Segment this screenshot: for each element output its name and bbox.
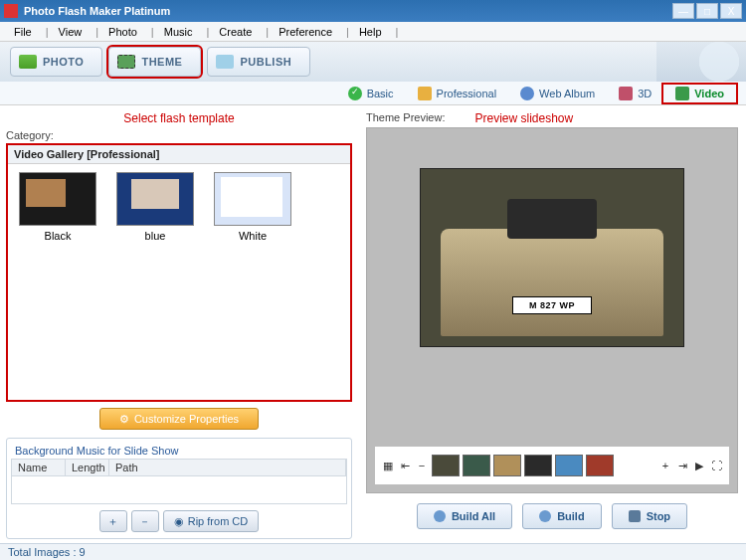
- filmstrip-thumb-3[interactable]: [493, 455, 521, 476]
- stop-button[interactable]: Stop: [612, 503, 687, 529]
- subtab-basic[interactable]: Basic: [336, 85, 406, 102]
- subtab-video[interactable]: Video: [663, 85, 736, 102]
- tab-publish[interactable]: PUBLISH: [207, 47, 310, 77]
- subtab-professional[interactable]: Professional: [406, 85, 509, 102]
- menu-preference[interactable]: Preference: [271, 24, 340, 40]
- status-total-images: Total Images : 9: [8, 546, 86, 558]
- right-pane: Theme Preview: Preview slideshow M 827 W…: [358, 105, 746, 543]
- cd-icon: ◉: [174, 515, 184, 528]
- add-music-button[interactable]: ＋: [99, 510, 127, 532]
- stop-icon: [629, 510, 641, 522]
- preview-image-car: M 827 WP: [441, 229, 663, 336]
- template-blue[interactable]: blue: [113, 172, 197, 242]
- preview-label: Theme Preview:: [366, 111, 445, 125]
- build-button[interactable]: Build: [522, 503, 602, 529]
- tab-photo-label: PHOTO: [43, 56, 84, 68]
- photo-icon: [19, 55, 37, 69]
- theme-icon: [117, 55, 135, 69]
- menu-view[interactable]: View: [51, 24, 91, 40]
- filmstrip-thumb-5[interactable]: [555, 455, 583, 476]
- minimize-button[interactable]: —: [672, 3, 694, 19]
- star-icon: [418, 87, 432, 100]
- menu-photo[interactable]: Photo: [100, 24, 145, 40]
- template-black[interactable]: Black: [16, 172, 99, 242]
- subtab-3d[interactable]: 3D: [607, 85, 663, 102]
- left-pane: Select flash template Category: Video Ga…: [0, 105, 358, 543]
- header-decoration: [656, 42, 746, 82]
- bg-music-title: Background Music for Slide Show: [11, 443, 347, 459]
- filmstrip-thumb-6[interactable]: [586, 455, 614, 476]
- plus-icon[interactable]: +: [658, 459, 672, 472]
- filmstrip: ▦ ⇤ − + ⇥ ▶ ⛶: [375, 447, 729, 484]
- play-icon[interactable]: ▶: [692, 459, 706, 472]
- publish-icon: [216, 55, 234, 69]
- template-thumb-blue: [116, 172, 194, 226]
- template-category-box: Video Gallery [Professional] Black blue …: [6, 143, 352, 402]
- status-bar: Total Images : 9: [0, 543, 746, 560]
- tab-theme-label: THEME: [141, 56, 182, 68]
- license-plate: M 827 WP: [512, 296, 592, 314]
- rip-from-cd-button[interactable]: ◉ Rip from CD: [163, 510, 260, 532]
- check-icon: [348, 87, 362, 100]
- build-all-button[interactable]: Build All: [417, 503, 512, 529]
- filmstrip-thumb-2[interactable]: [463, 455, 490, 476]
- customize-properties-button[interactable]: ⚙ Customize Properties: [99, 408, 259, 430]
- bg-music-table: Name Length Path: [11, 459, 347, 504]
- subtab-webalbum[interactable]: Web Album: [508, 85, 607, 102]
- col-name: Name: [12, 460, 66, 475]
- category-header: Video Gallery [Professional]: [8, 145, 350, 164]
- grid-icon[interactable]: ▦: [381, 459, 395, 472]
- app-title: Photo Flash Maker Platinum: [24, 5, 672, 17]
- menu-create[interactable]: Create: [211, 24, 260, 40]
- filmstrip-thumb-1[interactable]: [432, 455, 460, 476]
- menu-help[interactable]: Help: [351, 24, 390, 40]
- maximize-button[interactable]: □: [696, 3, 718, 19]
- app-icon: [4, 4, 18, 18]
- close-button[interactable]: X: [720, 3, 742, 19]
- category-label: Category:: [6, 127, 352, 143]
- fullscreen-icon[interactable]: ⛶: [709, 459, 723, 472]
- remove-music-button[interactable]: －: [131, 510, 159, 532]
- menubar: File| View| Photo| Music| Create| Prefer…: [0, 22, 746, 42]
- template-thumb-white: [214, 172, 291, 226]
- annotation-select-template: Select flash template: [6, 109, 352, 127]
- theme-preview-box: M 827 WP ▦ ⇤ − + ⇥ ▶ ⛶: [366, 127, 738, 493]
- globe-icon: [520, 87, 534, 100]
- menu-music[interactable]: Music: [156, 24, 201, 40]
- down-arrow-icon: [539, 510, 551, 522]
- cube-icon: [619, 87, 633, 100]
- video-icon: [675, 87, 689, 100]
- filmstrip-thumb-4[interactable]: [524, 455, 552, 476]
- col-path: Path: [109, 460, 346, 475]
- next-icon[interactable]: ⇥: [675, 459, 689, 472]
- bg-music-panel: Background Music for Slide Show Name Len…: [6, 438, 352, 539]
- prev-icon[interactable]: ⇤: [398, 459, 412, 472]
- down-arrow-icon: [434, 510, 446, 522]
- template-white[interactable]: White: [211, 172, 294, 242]
- main-tab-bar: PHOTO THEME PUBLISH: [0, 42, 746, 82]
- tab-theme[interactable]: THEME: [108, 47, 201, 77]
- tab-photo[interactable]: PHOTO: [10, 47, 102, 77]
- titlebar: Photo Flash Maker Platinum — □ X: [0, 0, 746, 22]
- minus-icon[interactable]: −: [415, 459, 429, 472]
- col-length: Length: [66, 460, 109, 475]
- template-thumb-black: [19, 172, 96, 226]
- tab-publish-label: PUBLISH: [240, 56, 291, 68]
- annotation-preview: Preview slideshow: [474, 111, 573, 125]
- preview-slideshow-frame: M 827 WP: [420, 168, 684, 347]
- menu-file[interactable]: File: [6, 24, 40, 40]
- gear-icon: ⚙: [119, 413, 129, 426]
- theme-subtabs: Basic Professional Web Album 3D Video: [0, 82, 746, 105]
